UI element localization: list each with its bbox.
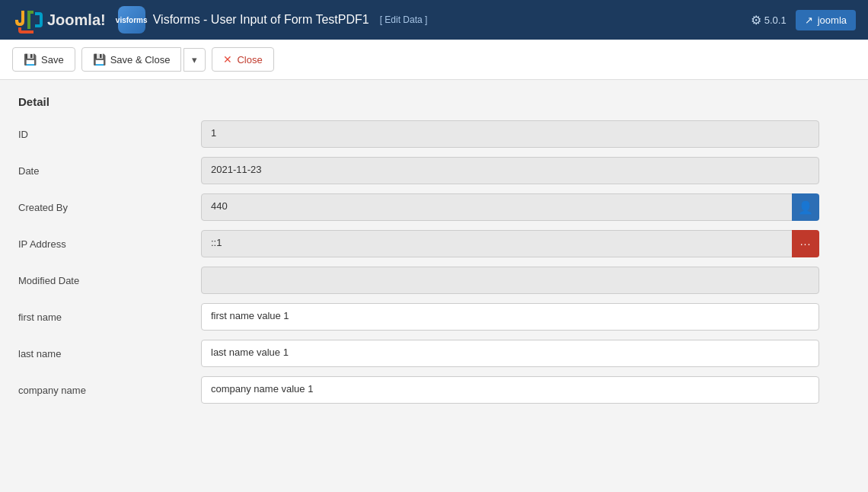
user-icon-button[interactable]: 👤 xyxy=(792,193,819,221)
joomla-logo-link[interactable]: Joomla! xyxy=(12,6,106,34)
joomla-button-label: joomla xyxy=(818,14,847,26)
company-name-row: company name company name value 1 xyxy=(18,376,819,404)
navbar-right: ⚙ 5.0.1 ↗ joomla xyxy=(751,10,856,30)
id-input[interactable]: 1 xyxy=(201,120,819,148)
visforms-icon: vis forms xyxy=(118,6,145,34)
date-row: Date 2021-11-23 xyxy=(18,157,819,184)
content-area: Detail ID 1 Date 2021-11-23 Created By 4… xyxy=(0,80,838,428)
modified-date-field xyxy=(201,267,819,294)
first-name-row: first name first name value 1 xyxy=(18,303,819,331)
edit-data-badge: [ Edit Data ] xyxy=(380,14,428,25)
chevron-down-icon: ▾ xyxy=(192,54,197,65)
external-link-icon: ↗ xyxy=(805,14,813,26)
company-name-input[interactable]: company name value 1 xyxy=(201,376,819,404)
save-icon: 💾 xyxy=(24,53,37,65)
ip-address-input[interactable]: ::1 xyxy=(201,230,793,257)
version-number: 5.0.1 xyxy=(764,14,787,26)
company-name-label: company name xyxy=(18,385,201,396)
toolbar: 💾 Save 💾 Save & Close ▾ ✕ Close xyxy=(0,40,868,80)
date-field: 2021-11-23 xyxy=(201,157,819,184)
modified-date-input[interactable] xyxy=(201,267,819,294)
navbar-title-area: vis forms Visforms - User Input of Form … xyxy=(118,6,739,34)
last-name-row: last name last name value 1 xyxy=(18,340,819,367)
save-close-button[interactable]: 💾 Save & Close xyxy=(81,47,182,72)
save-close-dropdown[interactable]: ▾ xyxy=(183,48,206,72)
first-name-field: first name value 1 xyxy=(201,303,819,331)
joomla-button[interactable]: ↗ joomla xyxy=(796,10,856,30)
modified-date-row: Modified Date xyxy=(18,267,819,294)
first-name-input[interactable]: first name value 1 xyxy=(201,303,819,331)
close-label: Close xyxy=(237,54,262,65)
modified-date-label: Modified Date xyxy=(18,275,201,286)
last-name-input[interactable]: last name value 1 xyxy=(201,340,819,367)
save-close-label: Save & Close xyxy=(110,54,171,65)
date-input[interactable]: 2021-11-23 xyxy=(201,157,819,184)
id-row: ID 1 xyxy=(18,120,819,148)
save-close-icon: 💾 xyxy=(93,53,106,65)
user-icon: 👤 xyxy=(798,200,813,215)
save-button[interactable]: 💾 Save xyxy=(12,47,75,72)
created-by-input[interactable]: 440 xyxy=(201,193,793,221)
ip-address-row: IP Address ::1 ··· xyxy=(18,230,819,257)
close-icon: ✕ xyxy=(223,53,232,65)
first-name-label: first name xyxy=(18,311,201,323)
page-title: Visforms - User Input of Form TestPDF1 xyxy=(153,13,369,27)
created-by-label: Created By xyxy=(18,202,201,213)
id-field: 1 xyxy=(201,120,819,148)
ip-dots-button[interactable]: ··· xyxy=(792,230,819,257)
section-title: Detail xyxy=(18,95,819,108)
last-name-label: last name xyxy=(18,348,201,359)
last-name-field: last name value 1 xyxy=(201,340,819,367)
dots-icon: ··· xyxy=(800,238,812,250)
version-badge: ⚙ 5.0.1 xyxy=(751,13,787,27)
close-button[interactable]: ✕ Close xyxy=(212,47,273,72)
ip-address-field: ::1 ··· xyxy=(201,230,819,257)
id-label: ID xyxy=(18,129,201,140)
brand-label: Joomla! xyxy=(47,11,106,29)
save-label: Save xyxy=(41,54,64,65)
date-label: Date xyxy=(18,165,201,177)
company-name-field: company name value 1 xyxy=(201,376,819,404)
created-by-field: 440 👤 xyxy=(201,193,819,221)
created-by-row: Created By 440 👤 xyxy=(18,193,819,221)
navbar: Joomla! vis forms Visforms - User Input … xyxy=(0,0,868,40)
ip-address-label: IP Address xyxy=(18,238,201,250)
joomla-version-icon: ⚙ xyxy=(751,13,761,27)
